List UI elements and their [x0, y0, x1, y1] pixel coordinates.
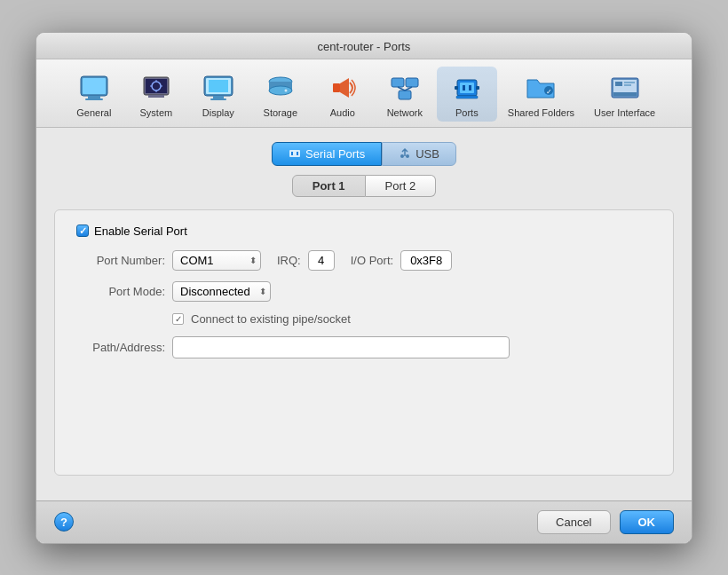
port-mode-label: Port Mode: — [76, 285, 165, 298]
toolbar-label-user-interface: User Interface — [594, 107, 655, 118]
port-number-select-wrapper: COM1 COM2 COM3 COM4 — [172, 250, 261, 271]
svg-point-20 — [284, 89, 287, 91]
svg-rect-34 — [456, 96, 478, 98]
svg-rect-15 — [210, 98, 226, 100]
action-buttons: Cancel OK — [537, 510, 674, 534]
general-icon — [76, 70, 112, 106]
cancel-button[interactable]: Cancel — [537, 510, 610, 534]
toolbar-label-general: General — [76, 107, 111, 118]
io-port-label: I/O Port: — [351, 254, 393, 267]
irq-value: 4 — [308, 250, 335, 271]
svg-rect-2 — [88, 96, 100, 98]
port-number-label: Port Number: — [76, 254, 165, 267]
svg-point-47 — [406, 154, 409, 158]
svg-rect-30 — [463, 85, 465, 91]
toolbar-label-system: System — [140, 107, 173, 118]
port-mode-select[interactable]: Disconnected Host Device Host Pipe Raw F… — [172, 281, 271, 302]
toolbar-item-user-interface[interactable]: User Interface — [585, 67, 664, 122]
toolbar-item-shared-folders[interactable]: ✓ Shared Folders — [499, 67, 583, 122]
tab-serial-ports[interactable]: Serial Ports — [272, 142, 382, 166]
system-icon — [138, 70, 174, 106]
sub-tab-port1-label: Port 1 — [313, 179, 345, 193]
svg-rect-39 — [613, 92, 637, 96]
title-bar: cent-router - Ports — [36, 33, 692, 59]
sub-tab-bar: Port 1 Port 2 — [54, 175, 674, 197]
connect-existing-row: Connect to existing pipe/socket — [172, 312, 652, 326]
audio-icon — [325, 70, 360, 106]
toolbar-item-ports[interactable]: Ports — [437, 67, 497, 122]
svg-rect-24 — [406, 78, 418, 87]
svg-line-27 — [405, 87, 412, 91]
toolbar-label-audio: Audio — [330, 107, 355, 118]
toolbar-item-storage[interactable]: Storage — [250, 67, 311, 122]
svg-rect-14 — [213, 96, 224, 98]
toolbar-item-audio[interactable]: Audio — [313, 67, 373, 122]
svg-rect-6 — [148, 95, 164, 98]
svg-rect-41 — [624, 82, 635, 83]
svg-text:✓: ✓ — [546, 88, 552, 96]
svg-point-46 — [400, 154, 404, 158]
sub-tab-port1[interactable]: Port 1 — [292, 175, 366, 197]
svg-rect-42 — [624, 84, 631, 86]
ports-icon — [449, 70, 485, 106]
enable-serial-port-checkbox[interactable] — [76, 224, 89, 237]
svg-rect-21 — [333, 83, 340, 92]
irq-label: IRQ: — [277, 254, 301, 267]
svg-rect-3 — [85, 98, 103, 100]
svg-rect-25 — [399, 91, 411, 99]
toolbar-label-ports: Ports — [455, 107, 479, 118]
serial-ports-tab-icon — [289, 147, 301, 160]
usb-tab-icon — [399, 147, 411, 160]
svg-rect-16 — [209, 80, 228, 92]
toolbar: General System — [36, 59, 692, 128]
io-port-value: 0x3F8 — [400, 250, 452, 271]
path-address-row: Path/Address: — [76, 336, 652, 358]
port-number-select[interactable]: COM1 COM2 COM3 COM4 — [172, 250, 261, 271]
tab-usb[interactable]: USB — [382, 142, 456, 166]
main-window: cent-router - Ports General — [36, 32, 692, 544]
connect-existing-label: Connect to existing pipe/socket — [191, 312, 351, 326]
svg-rect-1 — [83, 78, 106, 94]
help-button[interactable]: ? — [54, 512, 74, 532]
svg-rect-31 — [469, 85, 471, 91]
svg-point-19 — [269, 86, 292, 95]
path-address-input[interactable] — [172, 336, 510, 358]
enable-serial-port-label: Enable Serial Port — [94, 224, 187, 238]
toolbar-item-display[interactable]: Display — [188, 67, 249, 122]
toolbar-label-shared-folders: Shared Folders — [508, 107, 574, 118]
top-tab-bar: Serial Ports USB — [54, 142, 674, 166]
svg-rect-45 — [297, 152, 298, 155]
bottom-bar: ? Cancel OK — [36, 500, 692, 543]
path-address-label: Path/Address: — [76, 341, 165, 354]
tab-serial-ports-label: Serial Ports — [305, 147, 365, 161]
svg-rect-43 — [289, 150, 300, 157]
tab-usb-label: USB — [415, 147, 439, 161]
sub-tab-port2[interactable]: Port 2 — [366, 175, 437, 197]
connect-existing-checkbox[interactable] — [172, 313, 184, 325]
content-area: Serial Ports USB Port 1 Port 2 — [36, 128, 692, 500]
svg-rect-44 — [291, 152, 293, 155]
port-mode-select-wrapper: Disconnected Host Device Host Pipe Raw F… — [172, 281, 271, 302]
user-interface-icon — [607, 70, 643, 106]
display-icon — [201, 70, 236, 106]
window-title: cent-router - Ports — [318, 40, 411, 53]
toolbar-item-general[interactable]: General — [64, 67, 124, 122]
svg-rect-33 — [476, 86, 479, 90]
svg-rect-32 — [455, 86, 458, 90]
svg-line-26 — [398, 87, 405, 91]
port-mode-row: Port Mode: Disconnected Host Device Host… — [76, 281, 652, 302]
svg-rect-23 — [392, 78, 404, 87]
toolbar-item-network[interactable]: Network — [375, 67, 435, 122]
toolbar-label-network: Network — [387, 107, 423, 118]
settings-panel: Enable Serial Port Port Number: COM1 COM… — [54, 209, 674, 476]
storage-icon — [263, 70, 298, 106]
shared-folders-icon: ✓ — [523, 70, 558, 106]
network-icon — [387, 70, 423, 106]
ok-button[interactable]: OK — [620, 510, 675, 534]
sub-tab-port2-label: Port 2 — [385, 179, 416, 193]
toolbar-item-system[interactable]: System — [126, 67, 186, 122]
svg-rect-40 — [615, 82, 622, 86]
port-number-row: Port Number: COM1 COM2 COM3 COM4 IRQ: 4 … — [76, 250, 652, 271]
toolbar-label-storage: Storage — [264, 107, 298, 118]
toolbar-label-display: Display — [202, 107, 234, 118]
